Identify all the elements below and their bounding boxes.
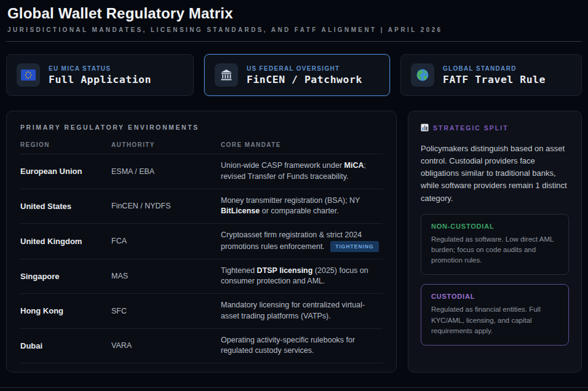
bar-chart-icon [421,124,429,132]
authority-cell: SFC [111,307,221,315]
stat-card-label: US FEDERAL OVERSIGHT [247,65,362,72]
split-box-non-custodial[interactable]: NON-CUSTODIALRegulated as software. Low … [421,214,569,275]
authority-cell: MAS [111,272,221,280]
strategic-split-panel: STRATEGIC SPLIT Policymakers distinguish… [408,111,582,373]
split-box-title: NON-CUSTODIAL [431,223,558,230]
stat-card-value: FATF Travel Rule [443,74,546,85]
stat-card-label: GLOBAL STANDARD [443,65,546,72]
section-title: PRIMARY REGULATORY ENVIRONMENTS [20,124,383,131]
bank-icon [215,63,238,87]
authority-cell: VARA [111,341,221,350]
region-cell: United States [20,202,111,211]
table-row[interactable]: United KingdomFCACryptoasset firm regist… [20,223,383,259]
split-box-text: Regulated as financial entities. Full KY… [431,304,558,336]
main-content: PRIMARY REGULATORY ENVIRONMENTS REGION A… [6,111,582,373]
stat-card-eu-mica[interactable]: EU MICA STATUS Full Application [6,54,194,96]
eu-flag-icon [17,63,40,87]
table-row[interactable]: SingaporeMASTightened DTSP licensing (20… [20,259,383,294]
table-row[interactable]: European UnionESMA / EBAUnion-wide CASP … [20,154,383,189]
stat-card-value: Full Application [49,74,151,85]
stat-card-us-federal[interactable]: US FEDERAL OVERSIGHT FinCEN / Patchwork [204,54,390,96]
mandate-cell: Money transmitter registration (BSA); NY… [221,196,383,218]
status-badge: TIGHTENING [330,241,378,252]
sidebar-title-label: STRATEGIC SPLIT [433,124,509,132]
stat-card-label: EU MICA STATUS [49,65,151,72]
strategic-split-paragraph: Policymakers distinguish based on asset … [421,143,569,205]
page: Global Wallet Regulatory Matrix JURISDIC… [0,0,588,391]
mandate-cell: Union-wide CASP framework under MiCA; re… [221,160,383,183]
split-boxes: NON-CUSTODIALRegulated as software. Low … [421,214,569,346]
region-cell: United Kingdom [20,237,111,246]
table-row[interactable]: DubaiVARAOperating activity-specific rul… [20,328,383,363]
footer-divider [0,387,588,388]
mandate-cell: Cryptoasset firm registration & strict 2… [221,230,383,253]
split-box-title: CUSTODIAL [431,293,558,300]
table-row[interactable]: Hong KongSFCMandatory licensing for cent… [20,293,383,328]
region-cell: Singapore [20,272,111,281]
matrix-rows: European UnionESMA / EBAUnion-wide CASP … [20,154,383,363]
authority-cell: FinCEN / NYDFS [111,202,221,210]
region-cell: Hong Kong [20,306,111,315]
column-header-authority: AUTHORITY [111,141,221,148]
mandate-cell: Mandatory licensing for centralized virt… [221,300,383,322]
region-cell: European Union [20,167,111,176]
split-box-text: Regulated as software. Low direct AML bu… [431,234,558,266]
page-header: Global Wallet Regulatory Matrix JURISDIC… [6,4,582,42]
table-header: REGION AUTHORITY CORE MANDATE [20,141,383,154]
stat-card-value: FinCEN / Patchwork [247,74,362,85]
table-row[interactable]: United StatesFinCEN / NYDFSMoney transmi… [20,189,383,224]
column-header-region: REGION [20,141,111,148]
regulatory-table-panel: PRIMARY REGULATORY ENVIRONMENTS REGION A… [6,111,397,373]
column-header-core-mandate: CORE MANDATE [221,141,383,148]
stat-card-global-standard[interactable]: GLOBAL STANDARD FATF Travel Rule [400,54,582,96]
authority-cell: FCA [111,237,221,245]
mandate-cell: Operating activity-specific rulebooks fo… [221,335,383,357]
authority-cell: ESMA / EBA [111,167,221,176]
split-box-custodial[interactable]: CUSTODIALRegulated as financial entities… [421,284,569,346]
mandate-cell: Tightened DTSP licensing (2025) focus on… [221,266,383,288]
region-cell: Dubai [20,341,111,350]
stat-cards-row: EU MICA STATUS Full Application US FEDER… [6,54,582,96]
page-subtitle: JURISDICTIONAL MANDATES, LICENSING STAND… [7,26,581,33]
page-title: Global Wallet Regulatory Matrix [7,5,581,22]
globe-icon [411,63,434,87]
sidebar-title: STRATEGIC SPLIT [421,124,569,132]
